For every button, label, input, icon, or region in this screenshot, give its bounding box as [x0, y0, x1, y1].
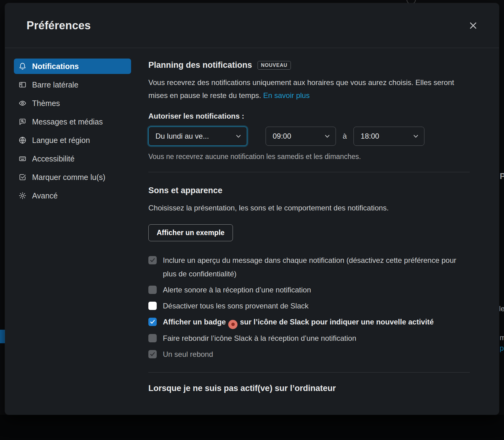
section-divider [148, 172, 470, 172]
dialog-header: Préférences [5, 3, 499, 48]
checkbox-label: Inclure un aperçu du message dans chaque… [163, 254, 470, 281]
schedule-heading: Planning des notifications [148, 60, 252, 70]
checkbox-label: Afficher un badgesur l’icône de Slack po… [163, 315, 434, 329]
preferences-dialog: Préférences Notifications [5, 3, 499, 415]
background-text-fragment: p [500, 344, 504, 352]
learn-more-link[interactable]: En savoir plus [263, 91, 310, 100]
checkbox[interactable] [148, 350, 157, 358]
checkbox[interactable] [148, 256, 157, 264]
sidebar-item-label: Avancé [32, 191, 58, 200]
end-time-select[interactable]: 18:00 [353, 127, 424, 146]
background-text-fragment: m [500, 333, 504, 342]
checkbox-label: Un seul rebond [163, 348, 213, 361]
dialog-title: Préférences [27, 19, 91, 32]
checkbox-label: Faire rebondir l’icône Slack à la récept… [163, 332, 356, 345]
chevron-down-icon [412, 133, 419, 140]
schedule-section-header: Planning des notifications NOUVEAU [148, 60, 470, 70]
day-range-select[interactable]: Du lundi au ve... [148, 127, 247, 146]
chevron-down-icon [235, 133, 242, 140]
checkbox-row-bounce-icon: Faire rebondir l’icône Slack à la récept… [148, 332, 470, 345]
sidebar-item-sidebar[interactable]: Barre latérale [14, 77, 131, 92]
checkbox-label-before: Afficher un badge [163, 318, 226, 326]
check-square-icon [19, 173, 27, 181]
checkbox-row-single-bounce: Un seul rebond [148, 348, 470, 361]
checkbox-label: Alerte sonore à la réception d’une notif… [163, 283, 311, 297]
bell-icon [19, 62, 27, 70]
day-range-value: Du lundi au ve... [155, 132, 209, 141]
checkbox-row-include-preview: Inclure un aperçu du message dans chaque… [148, 254, 470, 281]
sidebar-item-themes[interactable]: Thèmes [14, 96, 131, 111]
globe-icon [19, 136, 27, 144]
checkbox-label-after: sur l’icône de Slack pour indiquer une n… [240, 318, 434, 326]
eye-icon [19, 99, 27, 107]
checkbox[interactable] [148, 334, 157, 342]
sidebar-item-label: Marquer comme lu(s) [32, 173, 105, 182]
sidebar-item-notifications[interactable]: Notifications [14, 59, 131, 74]
start-time-value: 09:00 [273, 132, 291, 141]
preferences-sidebar: Notifications Barre latérale Thèmes [5, 48, 139, 415]
sidebar-item-label: Notifications [32, 62, 79, 71]
sidebar-item-messages-media[interactable]: Messages et médias [14, 114, 131, 129]
chevron-down-icon [324, 133, 331, 140]
notification-options-list: Inclure un aperçu du message dans chaque… [148, 254, 470, 361]
screen: P le m p Préférences Notifications [0, 0, 504, 440]
checkbox-row-sound-alert: Alerte sonore à la réception d’une notif… [148, 283, 470, 297]
schedule-helper-text: Vous ne recevrez aucune notification les… [148, 153, 470, 161]
checkbox[interactable] [148, 318, 157, 326]
sidebar-item-label: Thèmes [32, 99, 60, 108]
sidebar-item-accessibility[interactable]: Accessibilité [14, 151, 131, 166]
dialog-body: Notifications Barre latérale Thèmes [5, 48, 499, 415]
checkbox-row-show-badge: Afficher un badgesur l’icône de Slack po… [148, 315, 470, 329]
schedule-selects-row: Du lundi au ve... 09:00 à 18:00 [148, 127, 470, 146]
inactive-section-heading: Lorsque je ne suis pas actif(ve) sur l’o… [148, 384, 470, 393]
section-divider [148, 372, 470, 373]
between-label: à [343, 132, 347, 141]
close-icon [469, 21, 478, 30]
allow-notifications-label: Autoriser les notifications : [148, 112, 470, 120]
checkbox-row-mute-all-sounds: Désactiver tous les sons provenant de Sl… [148, 299, 470, 313]
sidebar-item-label: Barre latérale [32, 80, 78, 89]
show-example-button[interactable]: Afficher un exemple [148, 224, 233, 241]
sound-heading: Sons et apparence [148, 186, 470, 195]
sidebar-icon [19, 81, 27, 89]
background-text-fragment: le [499, 304, 504, 313]
start-time-select[interactable]: 09:00 [266, 127, 336, 146]
background-bottom-strip [0, 415, 504, 440]
background-text-fragment: P [500, 171, 504, 181]
sound-description: Choisissez la présentation, les sons et … [148, 202, 470, 214]
gear-icon [19, 192, 27, 200]
sidebar-item-mark-as-read[interactable]: Marquer comme lu(s) [14, 169, 131, 185]
checkbox-label: Désactiver tous les sons provenant de Sl… [163, 299, 308, 313]
sidebar-item-label: Accessibilité [32, 154, 75, 163]
sidebar-item-advanced[interactable]: Avancé [14, 188, 131, 203]
red-badge-icon [228, 320, 238, 329]
keyboard-icon [19, 155, 27, 163]
sidebar-item-language-region[interactable]: Langue et région [14, 132, 131, 148]
message-search-icon [19, 118, 27, 126]
end-time-value: 18:00 [361, 132, 379, 141]
checkbox[interactable] [148, 302, 157, 310]
new-badge: NOUVEAU [258, 61, 291, 70]
schedule-description: Vous recevrez des notifications uniqueme… [148, 76, 470, 102]
close-button[interactable] [466, 19, 480, 32]
notifications-panel: Planning des notifications NOUVEAU Vous … [139, 48, 499, 415]
sidebar-item-label: Langue et région [32, 136, 90, 145]
sidebar-item-label: Messages et médias [32, 117, 103, 126]
checkbox[interactable] [148, 286, 157, 294]
